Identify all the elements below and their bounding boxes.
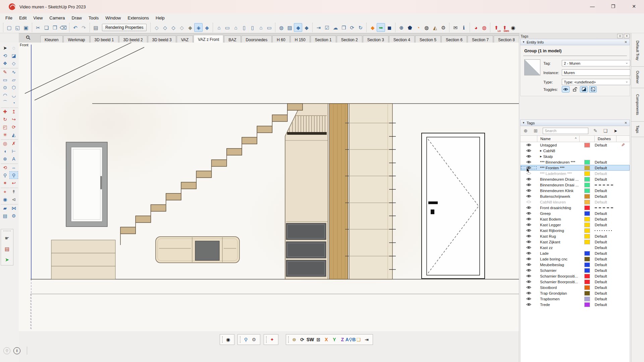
tag-color-swatch[interactable] — [584, 285, 590, 290]
tag-color-cell[interactable] — [580, 234, 595, 239]
offset-tool[interactable]: ⟳ — [9, 123, 18, 131]
skalp-diamond-icon[interactable]: ◆ — [368, 23, 377, 32]
tag-dashes-cell[interactable]: Default — [595, 212, 616, 216]
tag-dashes-cell[interactable]: Default — [595, 240, 616, 244]
tag-color-swatch[interactable] — [584, 297, 590, 301]
tag-visibility-eye-icon[interactable] — [521, 177, 537, 181]
ab-compare-icon[interactable]: A⚲B — [346, 335, 355, 344]
tag-row[interactable]: Trap Grondplan Default — [521, 290, 630, 296]
section-fill-tool[interactable]: ▤ — [1, 212, 9, 220]
open-icon[interactable]: ◱ — [13, 23, 22, 32]
scale-tool[interactable]: ◰ — [1, 123, 9, 131]
tag-color-cell[interactable] — [580, 166, 595, 170]
tag-row[interactable]: Binnendeuren Draai ... — [521, 182, 630, 188]
tray-tab-components[interactable]: Components — [631, 88, 644, 122]
mail-icon[interactable]: ✉ — [451, 23, 460, 32]
move-tool[interactable]: ✚ — [1, 108, 9, 115]
scene-tab[interactable]: Section 2 — [337, 36, 362, 43]
tag-color-swatch[interactable] — [584, 205, 590, 210]
scene-tab[interactable]: 3D beeld 2 — [119, 36, 147, 43]
tag-color-swatch[interactable] — [584, 228, 590, 233]
tag-color-cell[interactable] — [580, 268, 595, 273]
tag-dashes-cell[interactable]: Default — [595, 263, 616, 267]
tag-row[interactable]: *** Fronten *** Default — [521, 165, 630, 171]
tag-color-swatch[interactable] — [584, 274, 590, 279]
tape-measure-tool[interactable]: ◎ — [1, 139, 9, 147]
tag-color-swatch[interactable] — [584, 251, 590, 256]
follow-me-tool[interactable]: ↪ — [9, 115, 18, 123]
unlock-toggle-icon[interactable] — [571, 86, 579, 93]
sync-box-icon[interactable]: ⟳ — [348, 23, 356, 32]
tag-visibility-eye-icon[interactable] — [521, 200, 537, 204]
tray-close-icon[interactable] — [624, 34, 630, 38]
menu-item[interactable]: Camera — [46, 14, 68, 22]
tag-color-cell[interactable] — [580, 262, 595, 267]
tag-color-swatch[interactable] — [584, 257, 590, 261]
tag-dashes-cell[interactable]: Default — [595, 194, 616, 198]
tag-color-swatch[interactable] — [584, 194, 590, 199]
make-component-tool[interactable]: ⟲ — [1, 52, 9, 59]
red-pie-icon[interactable]: ◕ — [472, 23, 480, 32]
shaded-style-icon[interactable]: ◆ — [186, 23, 194, 32]
iso-view-icon[interactable]: ⌂ — [215, 23, 223, 32]
rotate-tool[interactable]: ↻ — [1, 115, 9, 123]
tag-color-swatch[interactable] — [584, 211, 590, 216]
zoom-previous-tool[interactable]: ↩ — [9, 179, 18, 187]
scene-tab[interactable]: Section 5 — [415, 36, 441, 43]
rectangle-tool[interactable]: ▭ — [1, 76, 9, 83]
rendering-properties-button[interactable]: Rendering Properties — [102, 24, 147, 31]
color-column-header[interactable] — [580, 136, 595, 142]
back-edges-style-icon[interactable]: ◇ — [161, 23, 169, 32]
tag-dashes-cell[interactable]: Default — [595, 303, 616, 307]
tag-color-swatch[interactable] — [584, 143, 590, 147]
tray-tab-tags[interactable]: Tags — [631, 122, 644, 137]
two-point-arc-tool[interactable]: ◡ — [9, 91, 18, 99]
video-camera-icon[interactable]: ◼ — [385, 23, 393, 32]
front-view-icon[interactable]: ⌂ — [231, 23, 240, 32]
left-view-icon[interactable]: ⌂ — [257, 23, 265, 32]
tag-row[interactable]: Kast Legger Default — [521, 222, 630, 228]
axes-tool[interactable]: ✳ — [1, 131, 9, 138]
back-view-icon[interactable]: ▯ — [248, 23, 257, 32]
tag-visibility-eye-icon[interactable] — [521, 240, 537, 244]
tag-color-swatch[interactable] — [584, 166, 590, 170]
name-column-header[interactable]: Name^ — [537, 136, 580, 142]
menu-item[interactable]: Extensions — [124, 14, 153, 22]
tag-visibility-eye-icon[interactable] — [521, 268, 537, 272]
checker-ball-icon[interactable]: ◍ — [422, 23, 431, 32]
top-view-icon[interactable]: ▭ — [223, 23, 231, 32]
add-circle-icon[interactable]: ⊕ — [397, 23, 406, 32]
copy-icon[interactable]: ❏ — [42, 23, 51, 32]
material-swatches-icon[interactable]: ❏ — [355, 335, 363, 344]
select-all-checkbox-icon[interactable]: ☑ — [323, 23, 331, 32]
tag-color-cell[interactable] — [580, 183, 595, 187]
tag-color-swatch[interactable] — [584, 280, 590, 284]
tag-color-cell[interactable] — [580, 240, 595, 244]
zoom-tool[interactable]: ⚲ — [1, 171, 9, 179]
select-tool[interactable]: ➤ — [1, 44, 9, 52]
redo-icon[interactable]: ↷ — [79, 23, 88, 32]
eraser-tool[interactable]: ◪ — [9, 52, 18, 59]
tag-row[interactable]: Meubelbeslag Default — [521, 262, 630, 267]
cutlist-run-tool[interactable]: ➤ — [2, 255, 12, 264]
flip-tool[interactable]: ◭ — [9, 131, 18, 138]
tag-visibility-eye-icon[interactable] — [521, 280, 537, 284]
purge-pencil-icon[interactable]: ✎ — [590, 128, 600, 133]
components-tool[interactable]: ❖ — [1, 59, 9, 67]
scene-tab[interactable]: Kleuren — [40, 36, 63, 43]
position-camera-tool[interactable]: ⌖ — [1, 188, 9, 195]
tag-color-swatch[interactable] — [584, 240, 590, 244]
scene-tab[interactable]: H 150 — [290, 36, 310, 43]
tag-dashes-cell[interactable]: Default — [595, 291, 616, 295]
tag-dashes-cell[interactable]: Default — [595, 234, 616, 238]
tag-color-swatch[interactable] — [584, 183, 590, 187]
tag-color-cell[interactable] — [580, 194, 595, 199]
export-dwg-icon[interactable]: ⬆DWG — [500, 23, 509, 32]
skalp-arrow-icon[interactable]: ➥ — [377, 23, 385, 32]
tag-visibility-eye-icon[interactable] — [521, 251, 537, 255]
right-view-icon[interactable]: ▯ — [240, 23, 248, 32]
zoom-window-tool[interactable]: ⚲ — [9, 171, 18, 179]
tag-dashes-cell[interactable]: Default — [595, 143, 616, 147]
tag-color-cell[interactable] — [580, 280, 595, 284]
tag-dashes-cell[interactable]: Default — [595, 189, 616, 193]
